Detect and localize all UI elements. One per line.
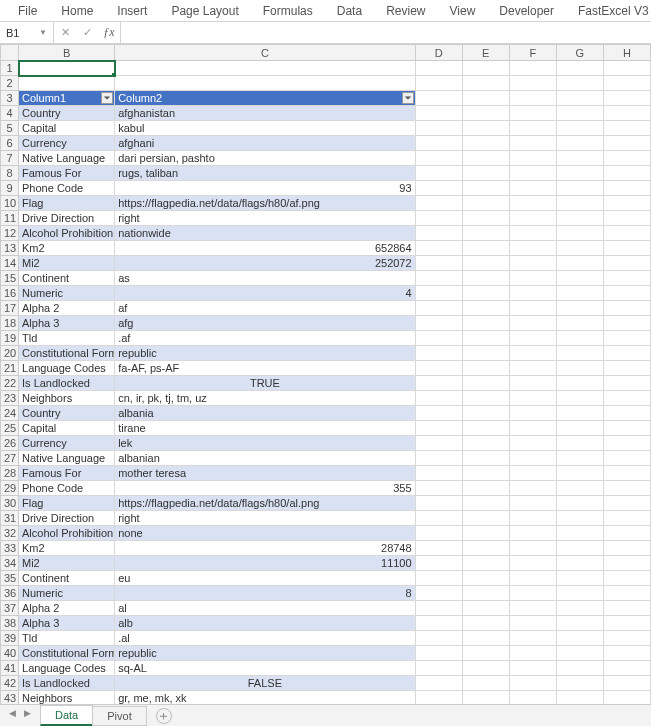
row-header-9[interactable]: 9 [1,181,19,196]
cell-D41[interactable] [415,661,462,676]
cancel-icon[interactable]: ✕ [54,26,76,39]
cell-E38[interactable] [462,616,509,631]
row-header-34[interactable]: 34 [1,556,19,571]
cell-H23[interactable] [603,391,650,406]
cell-F11[interactable] [509,211,556,226]
cell-F10[interactable] [509,196,556,211]
row-header-27[interactable]: 27 [1,451,19,466]
cell-D38[interactable] [415,616,462,631]
cell-B41[interactable]: Language Codes [19,661,115,676]
row-header-7[interactable]: 7 [1,151,19,166]
cell-G6[interactable] [556,136,603,151]
cell-C31[interactable]: right [115,511,415,526]
row-header-38[interactable]: 38 [1,616,19,631]
cell-B27[interactable]: Native Language [19,451,115,466]
cell-E42[interactable] [462,676,509,691]
cell-H38[interactable] [603,616,650,631]
cell-G5[interactable] [556,121,603,136]
cell-D9[interactable] [415,181,462,196]
cell-G11[interactable] [556,211,603,226]
cell-C22[interactable]: TRUE [115,376,415,391]
cell-B29[interactable]: Phone Code [19,481,115,496]
cell-H12[interactable] [603,226,650,241]
cell-H19[interactable] [603,331,650,346]
cell-D14[interactable] [415,256,462,271]
cell-B34[interactable]: Mi2 [19,556,115,571]
cell-G13[interactable] [556,241,603,256]
cell-G3[interactable] [556,91,603,106]
cell-E29[interactable] [462,481,509,496]
row-header-30[interactable]: 30 [1,496,19,511]
cell-G10[interactable] [556,196,603,211]
cell-G14[interactable] [556,256,603,271]
cell-H39[interactable] [603,631,650,646]
cell-H30[interactable] [603,496,650,511]
cell-F42[interactable] [509,676,556,691]
cell-G31[interactable] [556,511,603,526]
cell-F21[interactable] [509,361,556,376]
cell-E26[interactable] [462,436,509,451]
cell-B39[interactable]: Tld [19,631,115,646]
sheet-tab-pivot[interactable]: Pivot [92,706,146,726]
cell-E4[interactable] [462,106,509,121]
cell-H31[interactable] [603,511,650,526]
cell-B15[interactable]: Continent [19,271,115,286]
cell-F28[interactable] [509,466,556,481]
cell-B12[interactable]: Alcohol Prohibition [19,226,115,241]
cell-D25[interactable] [415,421,462,436]
cell-F26[interactable] [509,436,556,451]
cell-F23[interactable] [509,391,556,406]
cell-D1[interactable] [415,61,462,76]
cell-H6[interactable] [603,136,650,151]
row-header-18[interactable]: 18 [1,316,19,331]
cell-C38[interactable]: alb [115,616,415,631]
cell-H32[interactable] [603,526,650,541]
cell-H2[interactable] [603,76,650,91]
cell-E43[interactable] [462,691,509,705]
cell-B25[interactable]: Capital [19,421,115,436]
cell-G32[interactable] [556,526,603,541]
spreadsheet-grid[interactable]: BCDEFGH 123Column1Column24Countryafghani… [0,44,651,704]
cell-C35[interactable]: eu [115,571,415,586]
cell-D42[interactable] [415,676,462,691]
row-header-2[interactable]: 2 [1,76,19,91]
cell-B17[interactable]: Alpha 2 [19,301,115,316]
column-header-B[interactable]: B [19,45,115,61]
cell-G40[interactable] [556,646,603,661]
cell-H41[interactable] [603,661,650,676]
cell-C13[interactable]: 652864 [115,241,415,256]
cell-F41[interactable] [509,661,556,676]
cell-H21[interactable] [603,361,650,376]
cell-D10[interactable] [415,196,462,211]
cell-D16[interactable] [415,286,462,301]
cell-H25[interactable] [603,421,650,436]
cell-B42[interactable]: Is Landlocked [19,676,115,691]
sheet-add-button[interactable]: ＋ [156,708,172,724]
cell-H8[interactable] [603,166,650,181]
cell-H1[interactable] [603,61,650,76]
cell-G9[interactable] [556,181,603,196]
row-header-17[interactable]: 17 [1,301,19,316]
cell-D23[interactable] [415,391,462,406]
cell-G4[interactable] [556,106,603,121]
cell-C26[interactable]: lek [115,436,415,451]
cell-B33[interactable]: Km2 [19,541,115,556]
cell-F13[interactable] [509,241,556,256]
cell-E33[interactable] [462,541,509,556]
cell-D29[interactable] [415,481,462,496]
cell-F33[interactable] [509,541,556,556]
cell-G25[interactable] [556,421,603,436]
cell-H22[interactable] [603,376,650,391]
row-header-13[interactable]: 13 [1,241,19,256]
ribbon-tab-insert[interactable]: Insert [105,1,159,21]
cell-D17[interactable] [415,301,462,316]
column-header-E[interactable]: E [462,45,509,61]
cell-G43[interactable] [556,691,603,705]
cell-D11[interactable] [415,211,462,226]
cell-E8[interactable] [462,166,509,181]
cell-F6[interactable] [509,136,556,151]
cell-F25[interactable] [509,421,556,436]
cell-D28[interactable] [415,466,462,481]
row-header-36[interactable]: 36 [1,586,19,601]
cell-B7[interactable]: Native Language [19,151,115,166]
